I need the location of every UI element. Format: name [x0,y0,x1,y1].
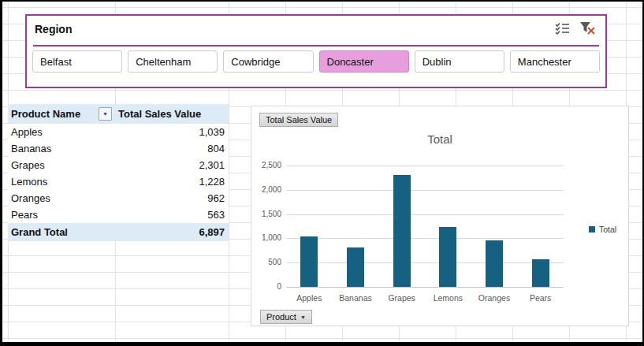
pivot-chart[interactable]: Total Sales Value Total Total Product ▼ … [251,106,629,326]
worksheet: Region [2,2,642,342]
slicer-item-dublin[interactable]: Dublin [415,50,504,73]
slicer-toolbar [555,21,596,35]
pivot-header-value-label: Total Sales Value [118,108,201,120]
chart-gridline [286,166,564,166]
product-cell: Bananas [8,140,115,157]
product-name-filter-button[interactable]: ▼ [99,107,112,121]
y-axis-tick: 0 [251,282,281,291]
x-axis-label: Grapes [388,293,415,303]
gridline-row [2,90,642,91]
value-field-button[interactable]: Total Sales Value [259,113,338,127]
bar-oranges[interactable] [486,240,503,287]
bar-pears[interactable] [532,259,549,287]
bar-lemons[interactable] [439,227,456,287]
pivot-header-product-label: Product Name [11,108,80,120]
legend-marker [589,226,595,233]
pivot-row-grapes[interactable]: Grapes2,301 [8,157,229,173]
x-axis-label: Apples [296,293,322,303]
axis-field-label: Product [266,312,296,322]
x-axis-label: Pears [530,293,551,303]
grand-total-value: 6,897 [115,223,229,241]
value-cell: 2,301 [115,157,229,173]
chart-gridline [286,190,564,191]
screenshot-frame: Region [0,0,644,346]
slicer-item-doncaster[interactable]: Doncaster [319,50,409,73]
pivot-row-pears[interactable]: Pears563 [8,206,229,223]
product-cell: Lemons [8,173,115,190]
pivot-header-value[interactable]: Total Sales Value [115,104,229,124]
axis-field-button[interactable]: Product ▼ [260,310,312,324]
slicer-title: Region [35,23,72,35]
x-axis-label: Lemons [434,293,463,303]
value-field-label: Total Sales Value [266,115,332,125]
chart-legend[interactable]: Total [589,225,616,234]
product-cell: Apples [8,124,115,140]
slicer-item-manchester[interactable]: Manchester [510,50,600,73]
pivot-row-bananas[interactable]: Bananas804 [8,140,229,157]
bar-bananas[interactable] [347,247,364,287]
pivot-grand-total-row[interactable]: Grand Total 6,897 [8,223,229,241]
pivot-header-row: Product Name ▼ Total Sales Value [8,104,229,124]
chevron-down-icon: ▼ [300,314,306,320]
value-cell: 1,039 [115,124,229,140]
value-cell: 563 [115,206,229,223]
product-cell: Grapes [8,157,115,173]
y-axis-tick: 1,500 [251,210,281,218]
value-cell: 804 [115,140,229,157]
gridline-row [2,338,642,339]
chart-gridline [286,262,564,263]
region-slicer[interactable]: Region [25,14,607,88]
multi-select-icon[interactable] [555,22,570,35]
pivot-row-apples[interactable]: Apples1,039 [8,124,229,140]
gridline-row [2,7,642,8]
grand-total-label: Grand Total [8,223,115,241]
chart-gridline [286,214,564,215]
chart-title: Total [251,132,628,146]
clear-filter-icon[interactable] [579,21,596,35]
chevron-down-icon: ▼ [102,111,108,117]
slicer-item-belfast[interactable]: Belfast [32,50,122,73]
value-cell: 1,228 [115,173,229,190]
pivot-row-lemons[interactable]: Lemons1,228 [8,173,229,190]
legend-label: Total [599,225,616,234]
pivot-body: Apples1,039Bananas804Grapes2,301Lemons1,… [8,124,229,223]
value-cell: 962 [115,190,229,206]
y-axis-tick: 2,500 [251,161,281,169]
product-cell: Pears [8,206,115,223]
x-axis-label: Bananas [339,293,371,303]
slicer-item-cheltenham[interactable]: Cheltenham [128,50,218,73]
y-axis-tick: 1,000 [251,233,281,242]
pivot-header-product[interactable]: Product Name ▼ [8,104,115,124]
slicer-item-cowbridge[interactable]: Cowbridge [223,50,313,73]
x-axis-line [286,287,564,288]
x-axis-label: Oranges [478,293,510,303]
chart-gridline [286,238,564,239]
bar-grapes[interactable] [393,175,411,287]
product-cell: Oranges [8,190,115,206]
y-axis-tick: 2,000 [251,185,281,194]
bar-apples[interactable] [300,236,318,287]
y-axis-tick: 500 [251,258,281,266]
pivot-row-oranges[interactable]: Oranges962 [8,190,229,206]
slicer-separator [33,45,599,47]
pivot-table: Product Name ▼ Total Sales Value Apples1… [8,104,229,241]
slicer-button-row: BelfastCheltenhamCowbridgeDoncasterDubli… [32,50,600,73]
